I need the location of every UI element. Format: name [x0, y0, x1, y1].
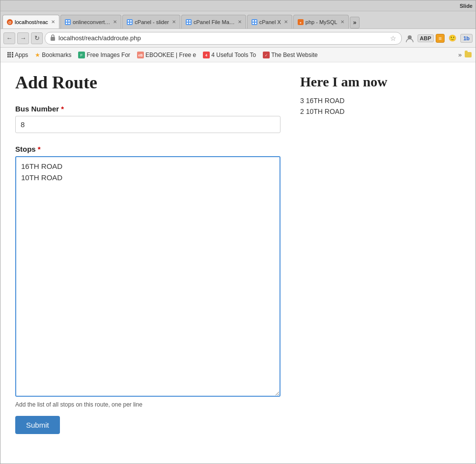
svg-rect-6	[68, 23, 70, 24]
svg-rect-10	[128, 23, 129, 24]
url-bar[interactable]: localhost/reach/addroute.php ☆	[45, 32, 402, 45]
svg-rect-3	[66, 20, 67, 22]
bookmark-star-icon[interactable]: ☆	[390, 34, 396, 42]
tab-cpanel-slider[interactable]: cPanel - slider ✕	[122, 15, 180, 28]
useful-tools-favicon: 4	[203, 52, 210, 58]
stops-field-label: Stops *	[15, 145, 280, 153]
tab-cpanel-x[interactable]: cPanel X ✕	[247, 15, 292, 28]
nav-right-icons: ABP ≡ 🙂 1b	[404, 32, 473, 44]
free-images-favicon: F	[78, 52, 85, 58]
tab-favicon-cpanel-slider	[127, 19, 133, 25]
bus-number-required-star: *	[61, 105, 64, 113]
tab-favicon-localhost: @	[7, 19, 13, 25]
tab-label-cpanel-slider: cPanel - slider	[135, 19, 169, 25]
stops-required-star: *	[38, 145, 41, 153]
svg-rect-17	[252, 19, 257, 25]
svg-text:4: 4	[205, 54, 207, 57]
tab-onlineconvert[interactable]: onlineconvert… ✕	[60, 15, 121, 28]
tab-close-cpanel-slider[interactable]: ✕	[172, 19, 176, 25]
svg-rect-7	[127, 19, 133, 25]
svg-rect-5	[66, 23, 67, 24]
svg-rect-8	[128, 20, 129, 22]
bookmark-best-website[interactable]: ✓ The Best Website	[260, 51, 321, 59]
title-bar: Slide	[0, 0, 476, 11]
form-section: Add Route Bus Number * Stops * 16TH ROAD…	[15, 72, 280, 434]
tab-close-localhost[interactable]: ✕	[51, 19, 55, 25]
reload-icon: ↻	[34, 34, 40, 42]
profile-icon-btn[interactable]	[404, 32, 416, 44]
nav-bar: ← → ↻ localhost/reach/addroute.php ☆ ABP…	[0, 29, 476, 48]
bus-number-label-text: Bus Number	[15, 105, 59, 113]
forward-icon: →	[20, 34, 27, 42]
svg-rect-13	[187, 20, 188, 22]
lock-icon	[50, 34, 56, 42]
svg-rect-12	[186, 19, 192, 25]
extension-button[interactable]: ≡	[436, 34, 445, 43]
tab-close-onlineconvert[interactable]: ✕	[113, 19, 117, 25]
bookmarks-folder[interactable]	[465, 52, 472, 57]
route-number-1: 3	[300, 97, 306, 105]
tab-favicon-onlineconvert	[65, 19, 71, 25]
bookmarks-more-button[interactable]: »	[458, 51, 462, 58]
submit-button[interactable]: Submit	[15, 416, 60, 434]
sync-profile-button[interactable]: 1b	[460, 34, 473, 43]
stops-label-text: Stops	[15, 145, 36, 153]
svg-text:F: F	[81, 53, 83, 57]
bookmark-ebookee-label: EBOOKEE | Free e	[145, 52, 196, 58]
tab-close-php-mysql[interactable]: ✕	[340, 19, 344, 25]
stops-hint: Add the list of all stops on this route,…	[15, 401, 280, 408]
svg-text:@: @	[8, 21, 11, 24]
url-text: localhost/reach/addroute.php	[58, 34, 387, 42]
tab-close-cpanel-file[interactable]: ✕	[238, 19, 242, 25]
tab-localhost[interactable]: @ localhost/reac ✕	[2, 15, 59, 28]
reload-button[interactable]: ↻	[31, 32, 43, 44]
svg-rect-4	[68, 20, 70, 22]
here-title: Here I am now	[300, 74, 408, 90]
svg-rect-2	[65, 19, 71, 25]
tabs-more-button[interactable]: »	[350, 17, 360, 28]
svg-rect-14	[189, 20, 191, 22]
abp-button[interactable]: ABP	[418, 34, 434, 42]
bookmark-bookmarks-label: Bookmarks	[42, 52, 71, 58]
back-icon: ←	[6, 34, 13, 42]
apps-grid-icon	[7, 52, 13, 58]
svg-rect-18	[252, 20, 254, 22]
tab-favicon-php-mysql: e	[298, 19, 304, 25]
bookmark-bookmarks[interactable]: ★ Bookmarks	[32, 51, 74, 59]
emotion-icon-btn[interactable]: 🙂	[447, 32, 458, 44]
tab-cpanel-file[interactable]: cPanel File Ma… ✕	[181, 15, 246, 28]
bookmark-free-images[interactable]: F Free Images For	[75, 51, 133, 59]
bookmark-useful-tools[interactable]: 4 4 Useful Tools To	[200, 51, 259, 59]
page-content: Add Route Bus Number * Stops * 16TH ROAD…	[0, 62, 476, 464]
route-name-1: 16TH ROAD	[306, 97, 345, 105]
tab-label-cpanel-file: cPanel File Ma…	[194, 19, 235, 25]
tabs-bar: @ localhost/reac ✕ onlineconvert…	[0, 11, 476, 29]
page-title: Add Route	[15, 72, 280, 93]
tab-label-php-mysql: php - MySQL	[306, 19, 337, 25]
tab-favicon-cpanel-x	[252, 19, 257, 25]
browser-window: Slide @ localhost/reac ✕	[0, 0, 476, 464]
page-layout: Add Route Bus Number * Stops * 16TH ROAD…	[15, 72, 461, 434]
tab-label-localhost: localhost/reac	[15, 19, 48, 25]
bookmark-useful-tools-label: 4 Useful Tools To	[211, 52, 256, 58]
title-bar-label: Slide	[460, 3, 473, 9]
forward-button[interactable]: →	[17, 32, 29, 44]
svg-rect-11	[130, 23, 132, 24]
tab-label-onlineconvert: onlineconvert…	[73, 19, 110, 25]
folder-icon	[465, 52, 472, 57]
tab-close-cpanel-x[interactable]: ✕	[284, 19, 288, 25]
tab-php-mysql[interactable]: e php - MySQL ✕	[293, 15, 349, 28]
bookmark-free-images-label: Free Images For	[86, 52, 130, 58]
bus-number-input[interactable]	[15, 116, 280, 133]
bookmark-apps[interactable]: Apps	[4, 51, 31, 59]
tab-label-cpanel-x: cPanel X	[259, 19, 281, 25]
star-icon: ★	[35, 52, 40, 58]
bookmarks-bar: Apps ★ Bookmarks F Free Images For eB EB…	[0, 48, 476, 62]
ebookee-favicon: eB	[137, 52, 144, 58]
bookmark-ebookee[interactable]: eB EBOOKEE | Free e	[134, 51, 199, 59]
stops-textarea[interactable]: 16TH ROAD 10TH ROAD	[15, 156, 280, 397]
back-button[interactable]: ←	[3, 32, 15, 44]
svg-rect-16	[189, 23, 191, 24]
svg-rect-15	[187, 23, 188, 24]
best-website-favicon: ✓	[263, 52, 270, 58]
